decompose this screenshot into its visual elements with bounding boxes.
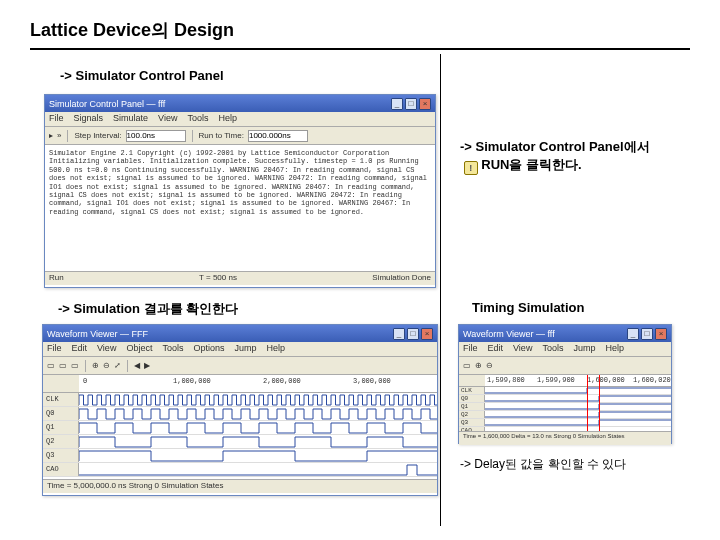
status-right: Simulation Done bbox=[372, 273, 431, 284]
menu-item[interactable]: Edit bbox=[488, 343, 504, 355]
titlebar[interactable]: Simulator Control Panel — fff _ □ × bbox=[45, 95, 435, 112]
signal-trace[interactable] bbox=[485, 387, 671, 394]
step-icon[interactable]: ▸ bbox=[49, 131, 53, 140]
minimize-button[interactable]: _ bbox=[391, 98, 403, 110]
menu-item[interactable]: Edit bbox=[72, 343, 88, 355]
menu-item[interactable]: Tools bbox=[542, 343, 563, 355]
menu-item[interactable]: Jump bbox=[573, 343, 595, 355]
window-waveform-main: Waveform Viewer — FFF _ □ × File Edit Vi… bbox=[42, 324, 438, 496]
toolbar-icon[interactable]: ▭ bbox=[71, 361, 79, 370]
menubar[interactable]: File Edit View Object Tools Options Jump… bbox=[43, 342, 437, 357]
run-icon[interactable]: » bbox=[57, 131, 61, 140]
menu-item[interactable]: Help bbox=[266, 343, 285, 355]
run-to-time-label: Run to Time: bbox=[199, 131, 244, 140]
menu-item[interactable]: Help bbox=[218, 113, 237, 125]
signal-row: Q2 bbox=[459, 411, 671, 419]
signal-row: Q3 bbox=[459, 419, 671, 427]
signal-trace[interactable] bbox=[485, 395, 671, 402]
menu-item[interactable]: Simulate bbox=[113, 113, 148, 125]
signal-trace[interactable] bbox=[485, 419, 671, 426]
vertical-divider bbox=[440, 54, 441, 526]
close-button[interactable]: × bbox=[421, 328, 433, 340]
maximize-button[interactable]: □ bbox=[407, 328, 419, 340]
signal-label: Q0 bbox=[459, 395, 485, 402]
close-button[interactable]: × bbox=[655, 328, 667, 340]
signal-trace[interactable] bbox=[79, 407, 437, 420]
menu-item[interactable]: Jump bbox=[234, 343, 256, 355]
ruler-tick: 1,600,000 bbox=[587, 376, 625, 384]
zoom-out-icon[interactable]: ⊖ bbox=[103, 361, 110, 370]
toolbar-icon[interactable]: ▭ bbox=[463, 361, 471, 370]
menu-item[interactable]: Tools bbox=[162, 343, 183, 355]
toolbar: ▭ ⊕ ⊖ bbox=[459, 357, 671, 375]
run-to-time-input[interactable] bbox=[248, 130, 308, 142]
zoom-fit-icon[interactable]: ⤢ bbox=[114, 361, 121, 370]
menu-item[interactable]: Help bbox=[605, 343, 624, 355]
signal-trace[interactable] bbox=[79, 435, 437, 448]
menu-item[interactable]: Signals bbox=[74, 113, 104, 125]
waveform-area[interactable]: 0 1,000,000 2,000,000 3,000,000 CLKQ0Q1Q… bbox=[43, 375, 437, 479]
signal-label: Q3 bbox=[459, 419, 485, 426]
signal-row: CAO bbox=[459, 427, 671, 431]
titlebar[interactable]: Waveform Viewer — fff _ □ × bbox=[459, 325, 671, 342]
signal-label: CAO bbox=[43, 463, 79, 476]
zoom-in-icon[interactable]: ⊕ bbox=[475, 361, 482, 370]
signal-label: Q2 bbox=[43, 435, 79, 448]
toolbar-icon[interactable]: ▶ bbox=[144, 361, 150, 370]
toolbar-icon[interactable]: ▭ bbox=[59, 361, 67, 370]
toolbar: ▭ ▭ ▭ ⊕ ⊖ ⤢ ◀ ▶ bbox=[43, 357, 437, 375]
zoom-out-icon[interactable]: ⊖ bbox=[486, 361, 493, 370]
menu-item[interactable]: View bbox=[513, 343, 532, 355]
toolbar: ▸ » Step Interval: Run to Time: bbox=[45, 127, 435, 145]
window-title: Waveform Viewer — fff bbox=[463, 329, 555, 339]
menu-item[interactable]: File bbox=[49, 113, 64, 125]
signal-row: Q1 bbox=[459, 403, 671, 411]
signal-trace[interactable] bbox=[79, 463, 437, 476]
maximize-button[interactable]: □ bbox=[641, 328, 653, 340]
zoom-in-icon[interactable]: ⊕ bbox=[92, 361, 99, 370]
signal-trace[interactable] bbox=[485, 411, 671, 418]
step-interval-label: Step Interval: bbox=[74, 131, 121, 140]
run-icon: ! bbox=[464, 161, 478, 175]
ruler-tick: 1,600,020 bbox=[633, 376, 671, 384]
toolbar-icon[interactable]: ◀ bbox=[134, 361, 140, 370]
minimize-button[interactable]: _ bbox=[393, 328, 405, 340]
cursor-delta[interactable] bbox=[599, 375, 600, 431]
signal-trace[interactable] bbox=[485, 403, 671, 410]
titlebar[interactable]: Waveform Viewer — FFF _ □ × bbox=[43, 325, 437, 342]
step-interval-input[interactable] bbox=[126, 130, 186, 142]
window-waveform-timing: Waveform Viewer — fff _ □ × File Edit Vi… bbox=[458, 324, 672, 444]
signal-row: Q3 bbox=[43, 449, 437, 463]
window-sim-control: Simulator Control Panel — fff _ □ × File… bbox=[44, 94, 436, 288]
signal-trace[interactable] bbox=[79, 393, 437, 406]
window-title: Simulator Control Panel — fff bbox=[49, 99, 165, 109]
label-run-instruction: -> Simulator Control Panel에서 ! RUN을 클릭한다… bbox=[460, 138, 680, 175]
menubar[interactable]: File Edit View Tools Jump Help bbox=[459, 342, 671, 357]
toolbar-icon[interactable]: ▭ bbox=[47, 361, 55, 370]
label-delay-note: -> Delay된 값을 확인할 수 있다 bbox=[460, 456, 626, 473]
menu-item[interactable]: View bbox=[97, 343, 116, 355]
menu-item[interactable]: Object bbox=[126, 343, 152, 355]
cursor-primary[interactable] bbox=[587, 375, 588, 431]
minimize-button[interactable]: _ bbox=[627, 328, 639, 340]
waveform-area[interactable]: 1,599,800 1,599,900 1,600,000 1,600,020 … bbox=[459, 375, 671, 431]
signal-trace[interactable] bbox=[79, 449, 437, 462]
menu-item[interactable]: View bbox=[158, 113, 177, 125]
menu-item[interactable]: Tools bbox=[187, 113, 208, 125]
menu-item[interactable]: File bbox=[47, 343, 62, 355]
menu-item[interactable]: Options bbox=[193, 343, 224, 355]
ruler-tick: 1,599,900 bbox=[537, 376, 575, 384]
label-sim-result: -> Simulation 결과를 확인한다 bbox=[58, 300, 238, 318]
label-timing-simulation: Timing Simulation bbox=[472, 300, 584, 315]
signal-trace[interactable] bbox=[79, 421, 437, 434]
close-button[interactable]: × bbox=[419, 98, 431, 110]
signal-row: Q0 bbox=[459, 395, 671, 403]
maximize-button[interactable]: □ bbox=[405, 98, 417, 110]
signal-row: CAO bbox=[43, 463, 437, 477]
signal-trace[interactable] bbox=[485, 427, 671, 431]
ruler-tick: 0 bbox=[83, 377, 87, 385]
menu-item[interactable]: File bbox=[463, 343, 478, 355]
statusbar: Time = 1,600,000 Delta = 13.0 ns Strong … bbox=[459, 431, 671, 445]
menubar[interactable]: File Signals Simulate View Tools Help bbox=[45, 112, 435, 127]
signal-label: Q2 bbox=[459, 411, 485, 418]
